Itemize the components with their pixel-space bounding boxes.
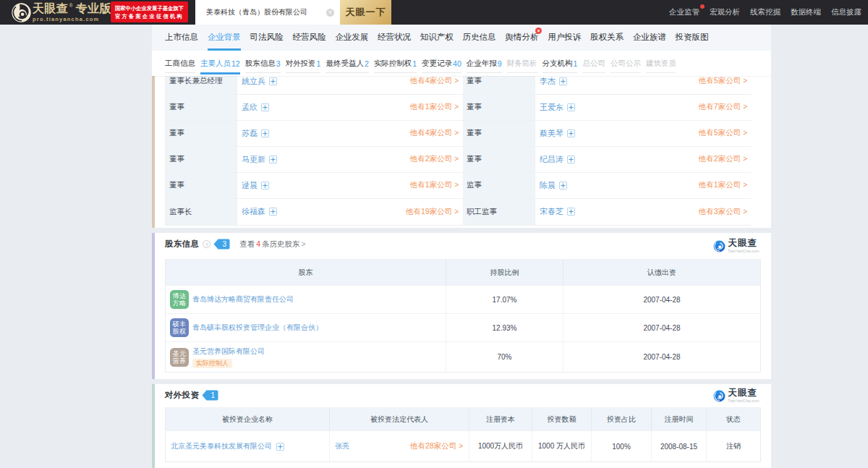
tab-企业发展[interactable]: 企业发展 bbox=[335, 25, 368, 51]
tab-用户投诉[interactable]: 用户投诉 bbox=[548, 25, 581, 51]
search-button[interactable]: 天眼一下 bbox=[340, 0, 391, 25]
related-companies-link[interactable]: 他有1家公司> bbox=[410, 180, 459, 190]
related-companies-link[interactable]: 他有4家公司> bbox=[410, 128, 459, 138]
subtab-主要人员[interactable]: 主要人员12 bbox=[200, 51, 240, 76]
subscribed-capital-date: 2007-04-28 bbox=[563, 342, 760, 372]
personnel-cell: 李杰他有5家公司> bbox=[535, 76, 752, 95]
header-nav-企业监管[interactable]: 企业监管 bbox=[669, 7, 699, 17]
chevron-right-icon: > bbox=[743, 129, 747, 137]
subtab-股东信息[interactable]: 股东信息3 bbox=[245, 51, 281, 76]
expand-plus-icon[interactable] bbox=[261, 103, 269, 111]
tab-企业背景[interactable]: 企业背景 bbox=[208, 25, 241, 51]
expand-plus-icon[interactable] bbox=[559, 182, 567, 190]
view-history-shareholders-link[interactable]: 查看4条历史股东> bbox=[239, 239, 305, 250]
top-header: 天眼查 ® 专业版 pro.tianyancha.com 国家中小企业发展子基金… bbox=[0, 0, 868, 25]
investee-name-link[interactable]: 北京圣元美泰科技发展有限公司 bbox=[171, 441, 272, 451]
expand-plus-icon[interactable] bbox=[567, 103, 575, 111]
header-nav-数据终端[interactable]: 数据终端 bbox=[791, 7, 821, 17]
chevron-right-icon: > bbox=[454, 208, 459, 216]
related-companies-link[interactable]: 他有3家公司> bbox=[699, 207, 747, 217]
expand-plus-icon[interactable] bbox=[567, 208, 575, 216]
related-companies-link[interactable]: 他有2家公司> bbox=[699, 154, 747, 164]
person-name-link[interactable]: 姚立兵 bbox=[242, 76, 265, 87]
shareholder-avatar: 博达方略 bbox=[170, 290, 189, 309]
subtab-工商信息[interactable]: 工商信息 bbox=[165, 51, 195, 76]
tab-司法风险[interactable]: 司法风险 bbox=[250, 25, 284, 51]
expand-plus-icon[interactable] bbox=[269, 156, 277, 163]
tab-知识产权[interactable]: 知识产权 bbox=[420, 25, 454, 51]
representative-name-link[interactable]: 张亮 bbox=[335, 441, 349, 451]
person-name-link[interactable]: 孟欣 bbox=[242, 102, 258, 113]
tab-舆情分析[interactable]: 舆情分析 bbox=[505, 25, 538, 51]
tab-经营风险[interactable]: 经营风险 bbox=[292, 25, 326, 51]
expand-plus-icon[interactable] bbox=[261, 129, 269, 137]
subtab-label: 建筑资质 bbox=[646, 59, 676, 69]
shareholder-name-link[interactable]: 青岛硕丰股权投资管理企业（有限合伙） bbox=[192, 323, 323, 333]
column-header: 被投资法定代表人 bbox=[330, 408, 469, 430]
clear-search-icon[interactable]: × bbox=[326, 9, 334, 17]
tab-历史信息[interactable]: 历史信息 bbox=[463, 25, 496, 51]
tab-投资版图[interactable]: 投资版图 bbox=[676, 25, 709, 51]
chevron-right-icon: > bbox=[743, 103, 747, 111]
subtab-最终受益人[interactable]: 最终受益人2 bbox=[326, 51, 368, 76]
subtab-变更记录[interactable]: 变更记录40 bbox=[422, 51, 461, 76]
search-input-wrap: × bbox=[195, 0, 340, 25]
header-nav-线索挖掘[interactable]: 线索挖掘 bbox=[750, 7, 780, 17]
person-name-link[interactable]: 逯晨 bbox=[242, 180, 258, 191]
tab-经营状况[interactable]: 经营状况 bbox=[378, 25, 411, 51]
person-name-link[interactable]: 王爱东 bbox=[540, 102, 563, 113]
person-name-link[interactable]: 陈晨 bbox=[540, 180, 556, 191]
person-name-link[interactable]: 苏磊 bbox=[242, 128, 258, 139]
subtab-实际控制权[interactable]: 实际控制权1 bbox=[374, 51, 417, 76]
subtab-count: 1 bbox=[317, 59, 321, 68]
shareholders-table: 股东持股比例认缴出资 博达方略青岛博达方略商贸有限责任公司17.07%2007-… bbox=[165, 259, 761, 373]
help-icon[interactable]: ? bbox=[203, 240, 210, 248]
tab-上市信息[interactable]: 上市信息 bbox=[165, 25, 198, 51]
related-companies-link[interactable]: 他有7家公司> bbox=[699, 102, 747, 112]
avatar-text: 营养 bbox=[173, 357, 187, 365]
expand-plus-icon[interactable] bbox=[567, 156, 575, 163]
related-companies-link[interactable]: 他有4家公司> bbox=[410, 76, 459, 86]
subtab-企业年报[interactable]: 企业年报9 bbox=[467, 51, 502, 76]
expand-plus-icon[interactable] bbox=[276, 443, 284, 451]
shareholder-name-link[interactable]: 圣元营养国际有限公司 bbox=[192, 346, 265, 357]
tab-股权关系[interactable]: 股权关系 bbox=[590, 25, 624, 51]
table-header-row: 被投资企业名称被投资法定代表人注册资本投资数额投资占比注册时间状态 bbox=[166, 408, 760, 430]
subtab-对外投资[interactable]: 对外投资1 bbox=[286, 51, 321, 76]
person-name-link[interactable]: 纪昌涛 bbox=[540, 154, 563, 165]
column-header: 认缴出资 bbox=[563, 260, 760, 285]
person-name-link[interactable]: 徐福森 bbox=[242, 206, 265, 217]
avatar-text: 博达 bbox=[173, 292, 187, 299]
expand-plus-icon[interactable] bbox=[261, 182, 269, 190]
related-companies-link[interactable]: 他有2家公司> bbox=[410, 154, 459, 164]
person-name-link[interactable]: 宋春芝 bbox=[540, 206, 563, 217]
expand-plus-icon[interactable] bbox=[559, 77, 567, 85]
person-name-link[interactable]: 李杰 bbox=[540, 76, 556, 87]
subtab-label: 最终受益人 bbox=[326, 59, 364, 69]
related-companies-link[interactable]: 他有5家公司> bbox=[699, 76, 747, 86]
tab-企业族谱[interactable]: 企业族谱 bbox=[633, 25, 666, 51]
header-nav-宏观分析[interactable]: 宏观分析 bbox=[710, 7, 740, 17]
related-companies-link[interactable]: 他有28家公司> bbox=[410, 441, 463, 451]
person-name-link[interactable]: 蔡美琴 bbox=[540, 128, 563, 139]
expand-plus-icon[interactable] bbox=[269, 77, 277, 85]
site-logo[interactable]: 天眼查 ® 专业版 pro.tianyancha.com bbox=[11, 1, 111, 23]
expand-plus-icon[interactable] bbox=[269, 208, 277, 216]
shareholder-name-link[interactable]: 青岛博达方略商贸有限责任公司 bbox=[192, 294, 294, 305]
header-nav-信息披露[interactable]: 信息披露 bbox=[831, 7, 861, 17]
subtab-分支机构[interactable]: 分支机构1 bbox=[542, 51, 578, 76]
expand-plus-icon[interactable] bbox=[567, 129, 575, 137]
related-companies-link[interactable]: 他有19家公司> bbox=[406, 207, 459, 217]
logo-brand-row: 天眼查 ® 专业版 bbox=[33, 3, 111, 14]
personnel-position: 监事长 bbox=[166, 199, 237, 225]
related-companies-link[interactable]: 他有5家公司> bbox=[699, 128, 747, 138]
subtab-label: 总公司 bbox=[582, 59, 605, 69]
subtab-count: 12 bbox=[231, 59, 240, 68]
related-companies-link[interactable]: 他有1家公司> bbox=[410, 102, 459, 112]
person-name-link[interactable]: 马更新 bbox=[242, 154, 265, 165]
search-input[interactable] bbox=[195, 0, 340, 25]
investment-title: 对外投资 bbox=[165, 390, 199, 401]
personnel-cell: 陈晨他有1家公司> bbox=[535, 173, 752, 199]
shareholder-cell: 硕丰股权青岛硕丰股权投资管理企业（有限合伙） bbox=[166, 314, 446, 341]
related-companies-link[interactable]: 他有1家公司> bbox=[699, 180, 747, 190]
